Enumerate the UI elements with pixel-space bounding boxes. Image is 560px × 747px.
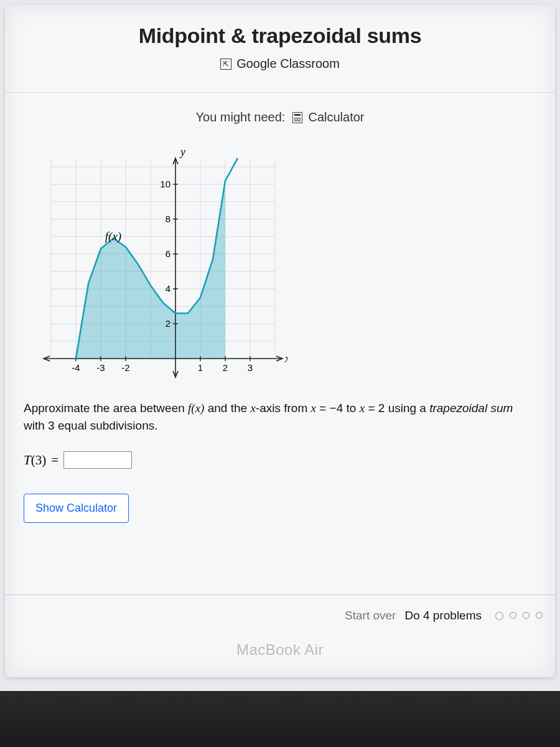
function-graph: y x f(x) -4 -3 -2 1 2 3 2 4 6 8 10	[26, 147, 287, 383]
question-text: Approximate the area between f(x) and th…	[24, 400, 536, 434]
google-classroom-link[interactable]: ⇱ Google Classroom	[24, 57, 536, 71]
show-calculator-button[interactable]: Show Calculator	[24, 494, 129, 523]
ytick: 2	[166, 318, 170, 329]
you-might-need-row: You might need: Calculator	[24, 93, 536, 147]
function-label: f(x)	[105, 230, 121, 243]
ytick: 6	[166, 248, 170, 259]
xtick: -4	[72, 362, 80, 373]
start-over-link[interactable]: Start over	[345, 609, 396, 622]
classroom-label: Google Classroom	[236, 57, 340, 71]
xtick: 3	[248, 362, 253, 373]
equals-sign: =	[51, 453, 58, 468]
laptop-bezel	[0, 691, 560, 747]
progress-dot	[523, 612, 530, 619]
answer-row: T(3) =	[24, 451, 536, 469]
xtick: 2	[223, 362, 228, 373]
xtick: 1	[198, 362, 203, 373]
do-problems-label: Do 4 problems	[404, 609, 482, 622]
xtick: -2	[121, 362, 129, 373]
answer-n: (3)	[31, 453, 47, 467]
classroom-icon: ⇱	[220, 59, 231, 70]
ytick: 10	[160, 179, 170, 189]
xtick: -3	[96, 362, 105, 373]
page-title: Midpoint & trapezoidal sums	[24, 24, 536, 48]
progress-dot	[495, 612, 503, 620]
progress-dot	[510, 612, 516, 619]
progress-dots	[495, 612, 543, 620]
device-label: MacBook Air	[5, 641, 555, 659]
y-axis-label: y	[179, 147, 185, 158]
answer-T: T	[24, 453, 31, 467]
ytick: 8	[166, 214, 170, 224]
answer-input[interactable]	[63, 451, 132, 469]
progress-dot	[536, 612, 543, 619]
x-axis-label: x	[284, 352, 287, 365]
calculator-icon	[292, 112, 302, 123]
need-prefix: You might need:	[196, 110, 286, 124]
ytick: 4	[166, 283, 170, 294]
need-tool: Calculator	[308, 110, 364, 124]
